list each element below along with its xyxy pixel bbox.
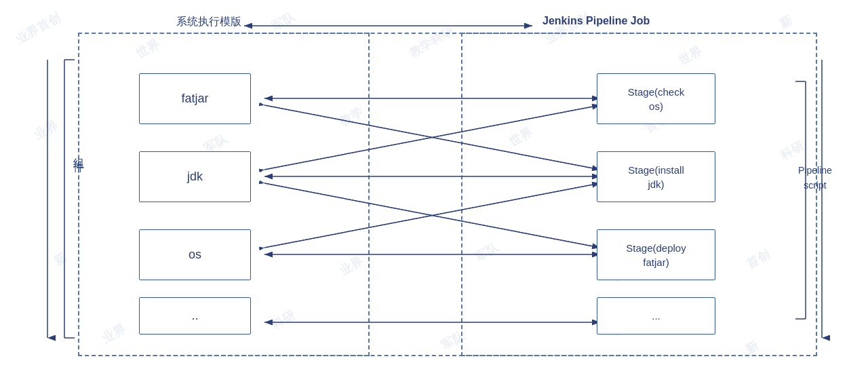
comp-box-os: os: [139, 229, 251, 280]
pipeline-script-label: Pipelinescript: [795, 163, 835, 193]
comp-box-fatjar: fatjar: [139, 73, 251, 124]
stage-box-deploy-fatjar: Stage(deployfatjar): [597, 229, 715, 280]
diagram-container: 系统执行模版 Jenkins Pipeline Job 组件 Pipelines…: [27, 14, 841, 368]
left-section-label: 系统执行模版: [176, 15, 241, 29]
comp-box-dotdot: ..: [139, 297, 251, 335]
component-label: 组件: [71, 149, 85, 157]
right-section-label: Jenkins Pipeline Job: [542, 15, 650, 27]
stage-box-ellipsis: ...: [597, 297, 715, 335]
stage-box-check-os: Stage(checkos): [597, 73, 715, 124]
comp-box-jdk: jdk: [139, 151, 251, 202]
stage-box-install-jdk: Stage(installjdk): [597, 151, 715, 202]
